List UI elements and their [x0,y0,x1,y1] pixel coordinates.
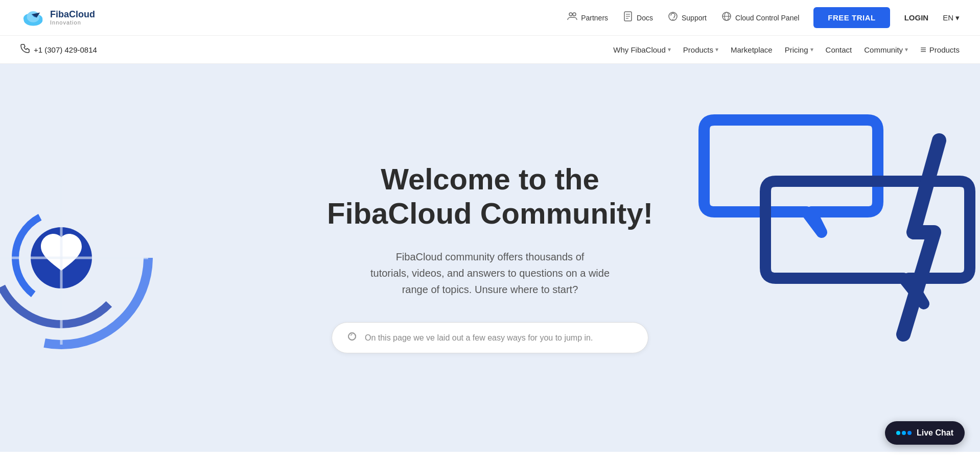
svg-point-6 [569,13,572,16]
language-button[interactable]: EN ▾ [943,13,960,22]
logo-tagline: Innovation [50,19,95,26]
chat-dot-1 [896,431,900,435]
community-label: Community [864,45,903,54]
phone-icon [20,44,30,56]
hero-subtitle: FibaCloud community offers thousands of … [327,249,653,298]
community-chevron: ▾ [905,46,908,53]
nav-support[interactable]: Support [667,11,707,25]
hero-section: Welcome to theFibaCloud Community! FibaC… [0,64,980,452]
nav-partners-label: Partners [581,14,608,22]
marketplace-label: Marketplace [731,45,773,54]
live-chat-button[interactable]: Live Chat [885,421,965,445]
logo-svg [20,8,46,28]
top-bar: FibaCloud Innovation Partners Docs Suppo… [0,0,980,36]
nav-products[interactable]: Products ▾ [683,45,718,54]
nav-marketplace[interactable]: Marketplace [731,45,773,54]
main-nav: Why FibaCloud ▾ Products ▾ Marketplace P… [613,44,960,56]
nav-cloud-control[interactable]: Cloud Control Panel [721,11,799,25]
free-trial-button[interactable]: FREE TRIAL [813,7,890,28]
nav-pricing[interactable]: Pricing ▾ [785,45,813,54]
nav-docs-label: Docs [637,14,653,22]
cloud-control-icon [721,11,732,25]
svg-point-13 [672,19,673,20]
deco-right-chat [673,89,980,396]
logo[interactable]: FibaCloud Innovation [20,8,95,28]
hero-search-icon [346,331,358,345]
top-nav: Partners Docs Support Cloud Control Pane… [567,7,960,28]
phone-area[interactable]: +1 (307) 429-0814 [20,44,97,56]
hero-content: Welcome to theFibaCloud Community! FibaC… [317,132,663,384]
secondary-nav: +1 (307) 429-0814 Why FibaCloud ▾ Produc… [0,36,980,64]
nav-contact[interactable]: Contact [826,45,852,54]
phone-number: +1 (307) 429-0814 [34,45,97,54]
logo-name: FibaCloud [50,10,95,20]
nav-cloud-control-label: Cloud Control Panel [735,14,799,22]
pricing-label: Pricing [785,45,808,54]
svg-point-7 [573,13,576,16]
nav-community[interactable]: Community ▾ [864,45,908,54]
nav-support-label: Support [682,14,707,22]
contact-label: Contact [826,45,852,54]
hero-search-text: On this page we ve laid out a few easy w… [365,333,593,343]
login-button[interactable]: LOGIN [904,13,929,22]
products-menu-label: Products [929,45,960,54]
chat-dot-2 [902,431,906,435]
hero-title: Welcome to theFibaCloud Community! [327,162,653,230]
chat-dot-3 [907,431,912,435]
language-label: EN [943,13,953,22]
products-menu-button[interactable]: ≡ Products [920,44,960,56]
products-chevron: ▾ [715,46,718,53]
deco-left-circles [0,166,153,350]
products-label: Products [683,45,713,54]
why-fibacloud-chevron: ▾ [668,46,671,53]
nav-docs[interactable]: Docs [622,11,653,25]
why-fibacloud-label: Why FibaCloud [613,45,666,54]
live-chat-label: Live Chat [917,428,953,438]
language-chevron: ▾ [955,13,960,22]
nav-partners[interactable]: Partners [567,11,608,25]
hero-search-box[interactable]: On this page we ve laid out a few easy w… [332,322,648,353]
nav-why-fibacloud[interactable]: Why FibaCloud ▾ [613,45,671,54]
svg-point-24 [348,333,356,340]
hamburger-icon: ≡ [920,44,926,56]
svg-point-3 [27,11,40,22]
chat-dots-icon [896,431,912,435]
partners-icon [567,11,578,25]
support-icon [667,11,679,25]
docs-icon [622,11,634,25]
pricing-chevron: ▾ [810,46,813,53]
